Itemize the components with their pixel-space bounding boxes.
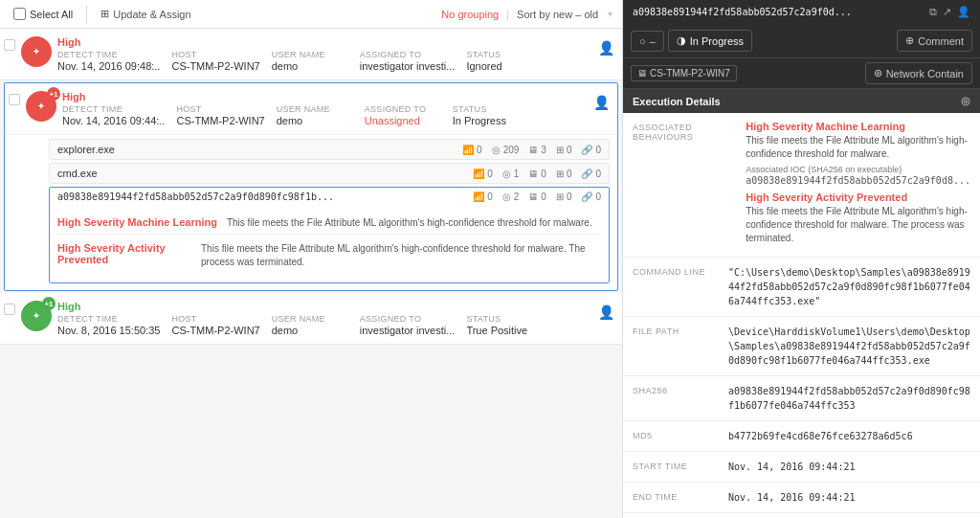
network-contain-button[interactable]: ⊛ Network Contain (865, 62, 972, 84)
username-value: demo (272, 60, 348, 72)
stat-wifi: 📶 0 (462, 145, 482, 155)
alert-badge-3: ✦ +1 (21, 301, 52, 331)
grid-icon: ⊞ (556, 145, 564, 155)
select-all-checkbox[interactable] (13, 8, 26, 20)
select-all-button[interactable]: Select All (8, 8, 78, 20)
process-stats-cmd: 📶 0 ◎ 1 🖥 0 ⊞ 0 🔗 0 (473, 169, 601, 179)
username-group-2: USER NAME demo (277, 104, 353, 126)
assigned-group: ASSIGNED TO investigator investi... (360, 50, 456, 72)
assign-icon-3[interactable]: 👤 (598, 304, 614, 320)
right-panel-title: a09838e891944f2fd58abb052d57c2a9f0d... (633, 7, 924, 17)
wifi-icon-cmd: 📶 (473, 169, 484, 179)
minus-icon: ○ (639, 35, 646, 47)
ioc-label: Associated IOC (SHA256 on executable) (746, 165, 970, 174)
alert-meta-3: DETECT TIME Nov. 8, 2016 15:50:35 HOST C… (57, 314, 592, 336)
severity-label: High (57, 36, 80, 48)
severity-label-3: High (57, 301, 80, 312)
md5-value: b4772b69fe4cd68e76fce63278a6d5c6 (728, 429, 970, 443)
behaviour-prevented-desc: This file meets the File Attribute ML al… (746, 205, 970, 245)
link-icon-hash: 🔗 (581, 191, 592, 202)
sha256-label: SHA256 (633, 384, 719, 413)
update-assign-button[interactable]: ⊞ Update & Assign (95, 8, 196, 20)
sort-icon: ▼ (606, 10, 614, 19)
alert-checkbox-2[interactable] (9, 94, 20, 105)
hash-stats: 📶 0 ◎ 2 🖥 0 ⊞ 0 🔗 0 (473, 191, 601, 202)
assoc-behaviours-label: ASSOCIATED BEHAVIOURS (633, 121, 736, 249)
host-label: HOST (171, 50, 259, 59)
ioc-value: a09838e891944f2fd58abb052d57c2a9f0d8... (746, 175, 970, 186)
behaviour-ml-title: High Severity Machine Learning (746, 121, 970, 132)
assigned-label: ASSIGNED TO (360, 50, 456, 59)
wifi-icon: 📶 (462, 145, 474, 155)
monitor-icon-hash: 🖥 (528, 191, 538, 202)
detect-time-label: DETECT TIME (57, 50, 160, 59)
stat-monitor: 🖥 3 (528, 145, 546, 155)
monitor-tag-icon: 🖥 (637, 68, 647, 79)
behaviours-list: High Severity Machine Learning This file… (746, 121, 970, 249)
assigned-group-2: ASSIGNED TO Unassigned (365, 104, 441, 126)
comment-icon: ⊕ (905, 34, 914, 47)
alert-row-header: ✦ +1 High DETECT TIME Nov. 14, 2016 09:4… (5, 83, 617, 135)
execution-expand-icon[interactable]: ◎ (961, 95, 970, 107)
behaviour-row-ml: High Severity Machine Learning This file… (57, 213, 601, 235)
alert-row-expanded[interactable]: ✦ +1 High DETECT TIME Nov. 14, 2016 09:4… (4, 82, 618, 291)
alert-meta-2: DETECT TIME Nov. 14, 2016 09:44:.. HOST … (62, 104, 588, 126)
file-path-value: \Device\HarddiskVolume1\Users\demo\Deskt… (728, 325, 970, 368)
detect-time-group: DETECT TIME Nov. 14, 2016 09:48:.. (57, 50, 160, 72)
detect-time-value: Nov. 14, 2016 09:48:.. (57, 60, 160, 72)
hash-row: a09838e891944f2fd58abb052d57c2a9f0d890fc… (50, 188, 609, 206)
in-progress-button[interactable]: ◑ In Progress (668, 30, 752, 52)
username-label: USER NAME (272, 50, 348, 59)
badge-icon-2: ✦ (37, 101, 45, 111)
end-time-section: END TIME Nov. 14, 2016 09:44:21 (623, 483, 980, 513)
stat-grid: ⊞ 0 (556, 145, 572, 155)
comment-button[interactable]: ⊕ Comment (897, 30, 972, 52)
monitor-icon-cmd: 🖥 (528, 169, 538, 179)
assign-icon-2[interactable]: 👤 (593, 95, 610, 110)
select-all-label: Select All (30, 9, 73, 20)
monitor-icon: 🖥 (528, 145, 538, 155)
alert-content-2: High DETECT TIME Nov. 14, 2016 09:44:.. … (62, 91, 588, 126)
external-link-icon[interactable]: ↗ (943, 6, 951, 18)
alert-checkbox-3[interactable] (4, 304, 15, 315)
command-line-value: "C:\Users\demo\Desktop\Samples\a09838e89… (728, 265, 970, 308)
end-time-label: END TIME (633, 490, 719, 505)
link-icon-cmd: 🔗 (581, 169, 592, 179)
md5-section: MD5 b4772b69fe4cd68e76fce63278a6d5c6 (623, 421, 980, 452)
process-row-cmd[interactable]: cmd.exe 📶 0 ◎ 1 🖥 0 ⊞ 0 🔗 0 (49, 163, 610, 184)
no-grouping-button[interactable]: No grouping (441, 9, 499, 20)
minus-button[interactable]: ○ – (631, 31, 664, 52)
alert-row[interactable]: ✦ High DETECT TIME Nov. 14, 2016 09:48:.… (0, 29, 622, 80)
cs-tag[interactable]: 🖥 CS-TMM-P2-WIN7 (631, 65, 737, 81)
process-row-explorer[interactable]: explorer.exe 📶 0 ◎ 209 🖥 3 ⊞ 0 🔗 0 (49, 139, 610, 160)
execution-header: Execution Details ◎ (623, 89, 980, 113)
start-time-label: START TIME (633, 460, 719, 474)
behaviour-title-ml: High Severity Machine Learning (57, 216, 217, 228)
hash-process-container[interactable]: a09838e891944f2fd58abb052d57c2a9f0d890fc… (49, 187, 610, 283)
host-group-2: HOST CS-TMM-P2-WIN7 (176, 104, 264, 126)
host-value: CS-TMM-P2-WIN7 (171, 60, 259, 72)
status-value: Ignored (466, 60, 543, 72)
alert-badge-2: ✦ +1 (26, 91, 56, 122)
alert-checkbox[interactable] (4, 39, 15, 51)
process-name-cmd: cmd.exe (57, 168, 467, 179)
associated-behaviours-section: ASSOCIATED BEHAVIOURS High Severity Mach… (623, 113, 980, 258)
plus-badge-2: +1 (47, 87, 60, 101)
left-panel: Select All ⊞ Update & Assign No grouping… (0, 0, 622, 518)
behaviour-container: High Severity Machine Learning This file… (50, 209, 609, 282)
alert-row-3[interactable]: ✦ +1 High DETECT TIME Nov. 8, 2016 15:50… (0, 293, 622, 345)
link-icon: 🔗 (581, 145, 592, 155)
alert-content: High DETECT TIME Nov. 14, 2016 09:48:.. … (57, 36, 592, 72)
user-icon[interactable]: 👤 (957, 6, 970, 18)
execution-details-label: Execution Details (633, 96, 721, 107)
toolbar-divider (86, 5, 87, 24)
right-actions: ○ – ◑ In Progress ⊕ Comment (623, 24, 980, 58)
behaviour-desc-ml: This file meets the File Attribute ML al… (227, 217, 592, 228)
copy-icon[interactable]: ⧉ (929, 6, 937, 18)
sort-button[interactable]: Sort by new – old (517, 9, 598, 20)
alert-content-3: High DETECT TIME Nov. 8, 2016 15:50:35 H… (57, 301, 592, 336)
behaviour-item-ml: High Severity Machine Learning This file… (746, 121, 970, 186)
behaviour-prevented-title: High Severity Activity Prevented (746, 191, 970, 203)
file-path-label: FILE PATH (633, 325, 719, 368)
assign-icon[interactable]: 👤 (598, 40, 614, 56)
